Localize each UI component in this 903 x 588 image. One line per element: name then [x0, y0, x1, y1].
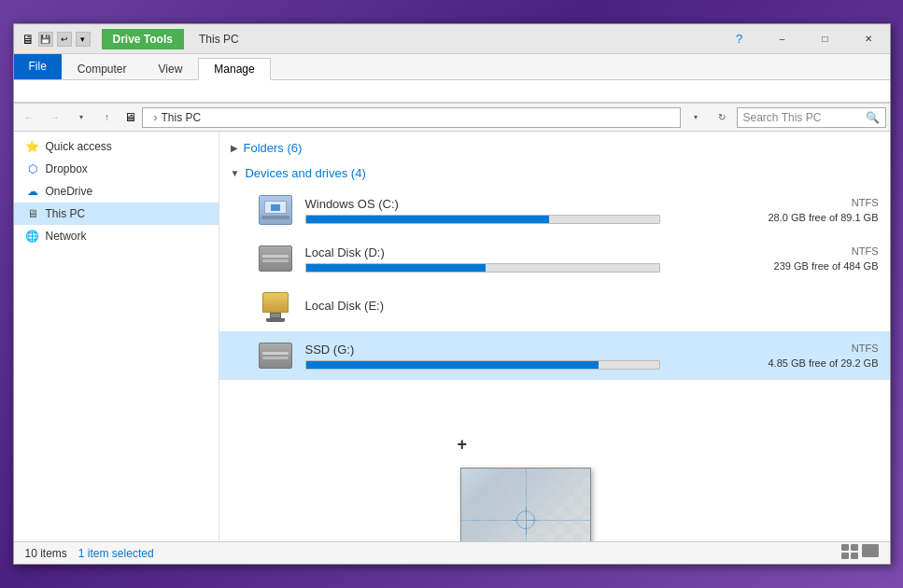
color-canvas [461, 469, 590, 541]
svg-rect-4 [862, 544, 879, 557]
sidebar-label-quick-access: Quick access [46, 140, 112, 153]
view-large-btn[interactable] [862, 544, 879, 562]
drive-c-fill [306, 216, 550, 223]
items-selected: 1 item selected [78, 547, 154, 560]
sidebar: ⭐ Quick access ⬡ Dropbox ☁ OneDrive 🖥 Th… [14, 132, 219, 541]
maximize-button[interactable]: □ [804, 24, 847, 54]
sidebar-item-onedrive[interactable]: ☁ OneDrive [14, 180, 219, 203]
address-dropdown[interactable]: ▾ [684, 106, 707, 129]
drive-g-fs: NTFS [711, 343, 879, 354]
drive-d[interactable]: Local Disk (D:) NTFS 239 GB free of 484 … [219, 234, 890, 283]
search-box[interactable]: Search This PC 🔍 [737, 107, 886, 128]
drive-g[interactable]: SSD (G:) NTFS 4.85 GB free of 29.2 GB [219, 331, 890, 380]
drive-d-space: 239 GB free of 484 GB [711, 260, 879, 272]
drive-c-icon [257, 191, 294, 229]
view-details-btn[interactable] [841, 544, 858, 562]
drive-e[interactable]: Local Disk (E:) [219, 283, 890, 331]
content-area: ▶ Folders (6) ▼ Devices and drives (4) [219, 132, 890, 541]
window-controls: ? – □ ✕ [718, 24, 890, 53]
drive-g-fill [306, 361, 600, 369]
drive-d-name: Local Disk (D:) [305, 245, 699, 259]
network-icon: 🌐 [25, 229, 40, 244]
up-button[interactable]: ↑ [96, 106, 119, 129]
drive-e-info: Local Disk (E:) [305, 299, 699, 316]
status-right [841, 544, 879, 562]
drive-g-progress [305, 360, 660, 370]
devices-section-header[interactable]: ▼ Devices and drives (4) [219, 161, 890, 186]
drive-d-info: Local Disk (D:) [305, 245, 699, 273]
quick-access-dropdown[interactable]: ▾ [76, 32, 91, 47]
sidebar-label-network: Network [46, 230, 87, 243]
minimize-button[interactable]: – [761, 24, 804, 54]
items-count: 10 items [25, 547, 67, 560]
status-bar: 10 items 1 item selected [14, 541, 890, 564]
sidebar-label-this-pc: This PC [46, 207, 86, 220]
sidebar-item-network[interactable]: 🌐 Network [14, 225, 219, 247]
path-icon: 🖥 [124, 110, 136, 124]
drive-g-name: SSD (G:) [305, 343, 699, 357]
window-icon: 🖥 [21, 32, 35, 47]
drive-c-space: 28.0 GB free of 89.1 GB [711, 212, 879, 223]
back-button[interactable]: ← [18, 106, 40, 129]
sidebar-item-quick-access[interactable]: ⭐ Quick access [14, 135, 219, 158]
drive-c-progress [305, 215, 660, 224]
folders-label: Folders (6) [244, 141, 303, 155]
devices-chevron: ▼ [231, 168, 240, 178]
title-bar-left: 🖥 💾 ↩ ▾ Drive Tools This PC [14, 29, 718, 49]
folders-section-header[interactable]: ▶ Folders (6) [219, 135, 890, 161]
forward-button[interactable]: → [44, 106, 66, 129]
drive-c-name: Windows OS (C:) [305, 197, 699, 211]
ribbon-tabs: File Computer View Manage [14, 54, 890, 80]
status-left: 10 items 1 item selected [25, 547, 154, 560]
devices-label: Devices and drives (4) [245, 166, 365, 180]
sidebar-label-onedrive: OneDrive [46, 185, 93, 198]
drive-e-name: Local Disk (E:) [305, 299, 699, 313]
svg-rect-2 [841, 553, 849, 559]
search-icon[interactable]: 🔍 [866, 111, 880, 124]
drive-d-icon [257, 240, 294, 277]
drive-d-fill [306, 264, 487, 272]
address-bar: ← → ▾ ↑ 🖥 › This PC ▾ ↻ Search This PC 🔍 [14, 104, 890, 132]
refresh-button[interactable]: ↻ [711, 106, 733, 129]
drive-c[interactable]: Windows OS (C:) NTFS 28.0 GB free of 89.… [219, 186, 890, 234]
drive-tools-tab[interactable]: Drive Tools [102, 29, 184, 49]
close-button[interactable]: ✕ [847, 24, 890, 54]
drive-g-info: SSD (G:) [305, 343, 699, 370]
ribbon-content [14, 80, 890, 103]
tab-manage[interactable]: Manage [198, 58, 270, 80]
tab-computer[interactable]: Computer [62, 58, 143, 80]
tab-view[interactable]: View [143, 58, 199, 80]
drive-d-fs: NTFS [711, 245, 879, 257]
recent-locations-button[interactable]: ▾ [70, 106, 92, 129]
search-placeholder: Search This PC [743, 111, 862, 124]
dropbox-icon: ⬡ [25, 161, 40, 176]
sidebar-item-dropbox[interactable]: ⬡ Dropbox [14, 158, 219, 180]
drive-e-icon [257, 288, 294, 326]
checker-pattern [461, 469, 590, 541]
quick-access-icon: ⭐ [25, 139, 40, 154]
quick-access-btn-2[interactable]: ↩ [57, 32, 72, 47]
sidebar-label-dropbox: Dropbox [46, 162, 88, 175]
color-picker-popup: (460 , 419) 217, 217, 217 [460, 468, 591, 541]
window-title: This PC [199, 33, 239, 46]
main-content: ⭐ Quick access ⬡ Dropbox ☁ OneDrive 🖥 Th… [14, 132, 890, 541]
drive-c-info: Windows OS (C:) [305, 197, 699, 224]
drive-g-space: 4.85 GB free of 29.2 GB [711, 357, 879, 369]
drive-c-meta: NTFS 28.0 GB free of 89.1 GB [711, 197, 879, 223]
folders-chevron: ▶ [231, 143, 238, 153]
address-path[interactable]: › This PC [142, 107, 681, 128]
ribbon: File Computer View Manage [14, 54, 890, 104]
path-separator: › [154, 111, 158, 124]
path-this-pc[interactable]: This PC [162, 111, 202, 124]
drive-g-meta: NTFS 4.85 GB free of 29.2 GB [711, 343, 879, 369]
tab-file[interactable]: File [14, 53, 62, 79]
svg-rect-1 [851, 544, 858, 551]
sidebar-item-this-pc[interactable]: 🖥 This PC [14, 203, 219, 225]
svg-rect-3 [851, 553, 858, 559]
this-pc-icon: 🖥 [25, 206, 40, 221]
title-bar: 🖥 💾 ↩ ▾ Drive Tools This PC ? – □ ✕ [14, 24, 890, 54]
quick-access-btn-1[interactable]: 💾 [38, 32, 53, 47]
drive-d-progress [305, 263, 660, 273]
drive-c-fs: NTFS [711, 197, 879, 208]
help-button[interactable]: ? [718, 24, 761, 54]
